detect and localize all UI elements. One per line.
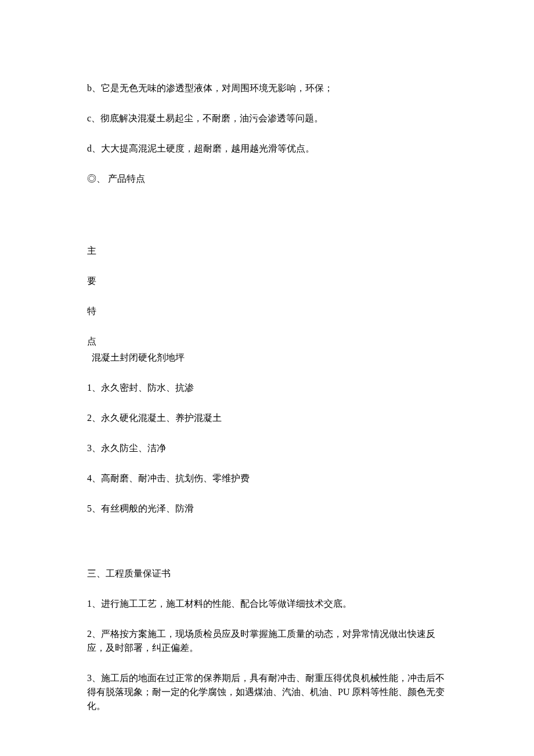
item-d: d、大大提高混泥土硬度，超耐磨，越用越光滑等优点。 xyxy=(87,142,447,156)
feature-4: 4、高耐磨、耐冲击、抗划伤、零维护费 xyxy=(87,471,447,485)
section-3-item-1: 1、进行施工工艺，施工材料的性能、配合比等做详细技术交底。 xyxy=(87,597,447,611)
vert-char-4: 点 xyxy=(87,334,447,348)
vert-char-3: 特 xyxy=(87,304,447,318)
feature-3: 3、永久防尘、洁净 xyxy=(87,441,447,455)
document-page: b、它是无色无味的渗透型液体，对周围环境无影响，环保； c、彻底解决混凝土易起尘… xyxy=(0,0,534,756)
item-c: c、彻底解决混凝土易起尘，不耐磨，油污会渗透等问题。 xyxy=(87,111,447,125)
section-3-item-2: 2、严格按方案施工，现场质检员应及时掌握施工质量的动态，对异常情况做出快速反应，… xyxy=(87,627,447,655)
spacer xyxy=(87,532,447,567)
product-features-heading: ◎、 产品特点 xyxy=(87,172,447,186)
section-3-heading: 三、工程质量保证书 xyxy=(87,567,447,581)
section-3-item-3: 3、施工后的地面在过正常的保养期后，具有耐冲击、耐重压得优良机械性能，冲击后不得… xyxy=(87,671,447,713)
vert-char-2: 要 xyxy=(87,274,447,288)
feature-2: 2、永久硬化混凝土、养护混凝土 xyxy=(87,411,447,425)
sub-heading: 混凝土封闭硬化剂地坪 xyxy=(92,351,447,365)
feature-5: 5、有丝稠般的光泽、防滑 xyxy=(87,502,447,516)
item-b: b、它是无色无味的渗透型液体，对周围环境无影响，环保； xyxy=(87,81,447,95)
feature-1: 1、永久密封、防水、抗渗 xyxy=(87,381,447,395)
vert-char-1: 主 xyxy=(87,244,447,258)
